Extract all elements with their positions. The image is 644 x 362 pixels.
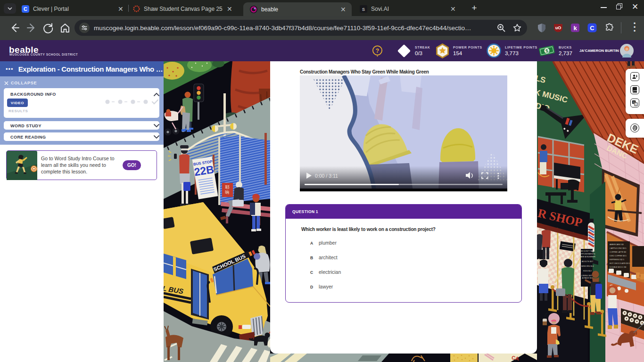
svg-text:?: ? <box>376 48 379 54</box>
svg-text:ADULTS $17: ADULTS $17 <box>582 260 594 263</box>
svg-text:HOT CHOCOLATE $3.5: HOT CHOCOLATE $3.5 <box>610 262 630 264</box>
svg-text:C: C <box>590 25 594 32</box>
svg-text:COFFEE LATTE $3: COFFEE LATTE $3 <box>610 251 627 253</box>
svg-text:ESPRESSO $2.5: ESPRESSO $2.5 <box>610 258 625 261</box>
svg-text:uO: uO <box>555 25 561 30</box>
svg-text:KIDS $12: KIDS $12 <box>583 270 592 272</box>
svg-text:WE DON'T TAKE: WE DON'T TAKE <box>580 250 595 252</box>
svg-text:ICED COFFEE $3.5: ICED COFFEE $3.5 <box>610 255 627 257</box>
svg-text:TAKE A NUMBER: TAKE A NUMBER <box>579 255 595 258</box>
svg-text:AMERICANO $3: AMERICANO $3 <box>610 243 624 246</box>
svg-text:SENIORS $14: SENIORS $14 <box>581 265 594 267</box>
svg-text:APPOINTMENTS: APPOINTMENTS <box>579 253 595 255</box>
svg-text:呐: 呐 <box>225 190 230 195</box>
svg-text:k: k <box>573 25 577 32</box>
svg-text:0:00 / 3:11: 0:00 / 3:11 <box>315 173 338 179</box>
svg-text:耶: 耶 <box>225 185 230 189</box>
svg-text:DOUBLE MOCC $3: DOUBLE MOCC $3 <box>610 266 627 268</box>
svg-text:S: S <box>362 7 365 11</box>
svg-text:CAPPUCCINO $3.5: CAPPUCCINO $3.5 <box>610 247 627 249</box>
svg-text:文: 文 <box>635 103 637 106</box>
svg-text:A FADE $10: A FADE $10 <box>582 277 593 279</box>
